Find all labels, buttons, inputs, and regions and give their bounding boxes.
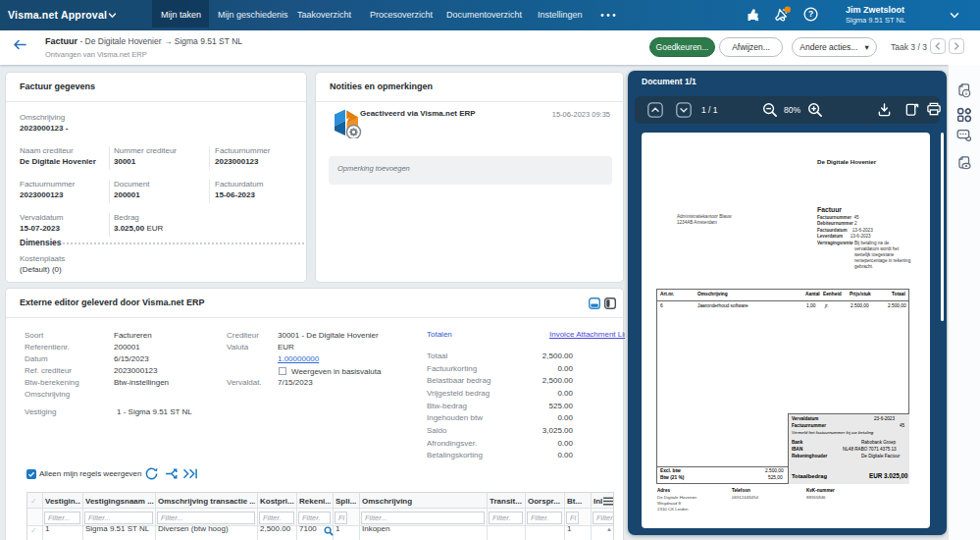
- svg-text:?: ?: [808, 9, 813, 19]
